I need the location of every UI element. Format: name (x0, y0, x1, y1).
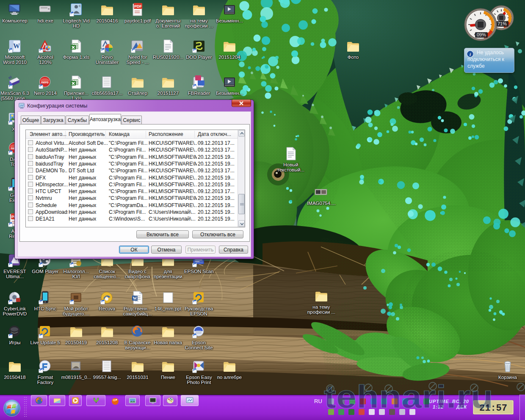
svg-text:71%: 71% (497, 21, 507, 26)
svg-text:PDF: PDF (134, 4, 142, 8)
svg-text:09%: 09% (477, 32, 486, 37)
svg-text:W: W (133, 296, 137, 301)
svg-text:nero: nero (41, 80, 48, 84)
svg-text:W: W (13, 42, 20, 50)
